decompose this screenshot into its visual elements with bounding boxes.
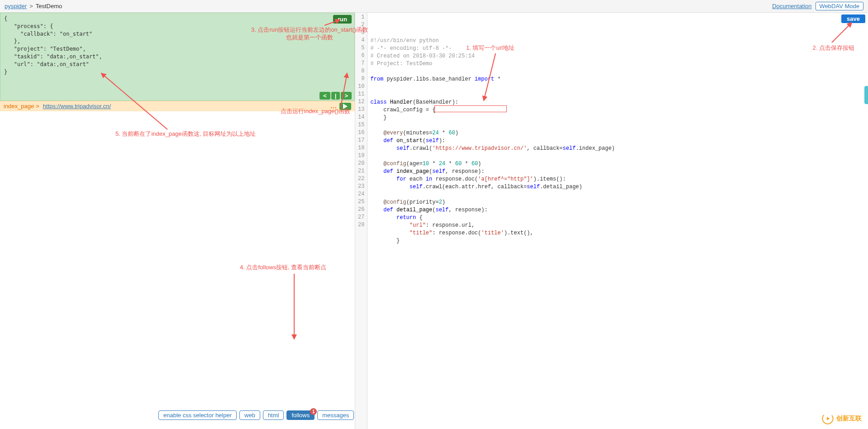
brand-logo: 创新互联 — [822, 413, 862, 424]
webdav-mode-button[interactable]: WebDAV Mode — [816, 2, 863, 10]
task-json-text: { "process": { "callback": "on_start" },… — [4, 15, 102, 75]
follows-button[interactable]: follows 1 — [286, 410, 315, 420]
nav-buttons: < | > — [320, 92, 352, 100]
arrow-4 — [290, 273, 299, 341]
breadcrumb-sep: > — [29, 3, 33, 10]
more-icon[interactable]: ... — [330, 103, 337, 110]
bottom-tab-bar: enable css selector helper web html foll… — [158, 410, 354, 420]
save-button[interactable]: save — [841, 14, 865, 23]
follow-row: index_page > https://www.tripadvisor.cn/… — [0, 101, 355, 111]
brand-logo-icon — [822, 413, 834, 424]
web-button[interactable]: web — [239, 410, 260, 420]
header-right: Documentation WebDAV Mode — [772, 2, 863, 10]
documentation-link[interactable]: Documentation — [772, 3, 811, 10]
follow-function: index_page — [4, 103, 34, 110]
code-editor[interactable]: 1234567891011121314151617181920212223242… — [355, 13, 868, 429]
play-button[interactable] — [339, 103, 351, 110]
follows-label: follows — [291, 412, 310, 419]
edge-tab[interactable] — [864, 86, 868, 104]
brand-logo-text: 创新互联 — [836, 415, 862, 423]
bar-button[interactable]: | — [331, 92, 340, 100]
task-json-block: { "process": { "callback": "on_start" },… — [0, 13, 355, 101]
top-header: pyspider > TestDemo Documentation WebDAV… — [0, 0, 868, 13]
follow-url[interactable]: https://www.tripadvisor.cn/ — [43, 103, 111, 110]
main-split: { "process": { "callback": "on_start" },… — [0, 13, 868, 429]
svg-marker-7 — [827, 417, 830, 420]
messages-button[interactable]: messages — [317, 410, 354, 420]
breadcrumb-home[interactable]: pyspider — [5, 3, 27, 10]
follow-sep: > — [36, 103, 39, 110]
css-selector-button[interactable]: enable css selector helper — [158, 410, 237, 420]
follow-right: ... — [330, 103, 351, 110]
left-pane: { "process": { "callback": "on_start" },… — [0, 13, 355, 429]
right-pane: save 12345678910111213141516171819202122… — [355, 13, 868, 429]
run-button[interactable]: run — [333, 15, 352, 24]
html-button[interactable]: html — [263, 410, 284, 420]
follows-badge: 1 — [310, 408, 317, 415]
code-body[interactable]: #!/usr/bin/env python# -*- encoding: utf… — [367, 13, 868, 429]
prev-button[interactable]: < — [320, 92, 330, 100]
next-button[interactable]: > — [341, 92, 352, 100]
annot-4: 4. 点击follows按钮, 查看当前断点 — [240, 264, 326, 272]
breadcrumb-project: TestDemo — [36, 3, 62, 10]
play-icon — [343, 104, 348, 109]
gutter: 1234567891011121314151617181920212223242… — [355, 13, 367, 429]
breadcrumb: pyspider > TestDemo — [5, 3, 62, 10]
annot-5: 5. 当前断在了index_page函数这, 目标网址为以上地址 — [115, 130, 256, 138]
